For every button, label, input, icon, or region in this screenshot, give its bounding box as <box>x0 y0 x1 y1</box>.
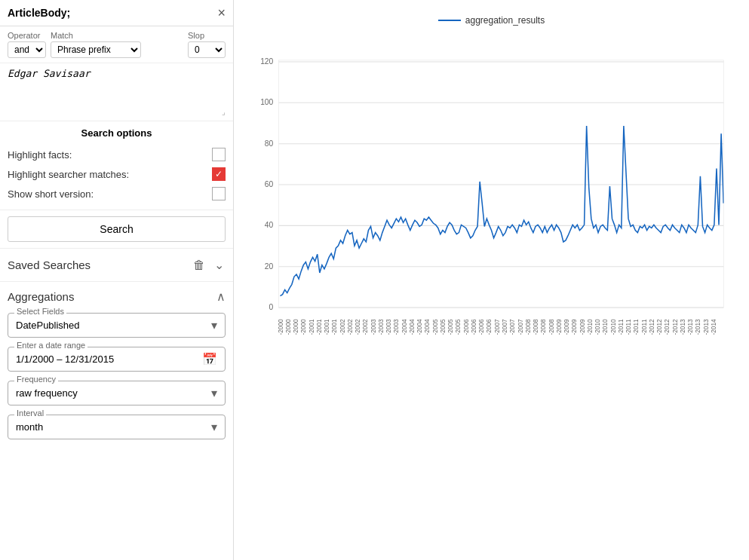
svg-text:Apr-2011: Apr-2011 <box>625 319 632 335</box>
svg-text:Oct-2013: Oct-2013 <box>703 319 710 335</box>
highlight-matches-label: Highlight searcher matches: <box>8 169 129 180</box>
svg-text:Jan-2003: Jan-2003 <box>370 319 377 335</box>
svg-text:100: 100 <box>260 98 273 106</box>
legend-line-icon <box>438 20 461 21</box>
svg-text:Jan-2000: Jan-2000 <box>278 319 284 335</box>
search-options-title: Search options <box>8 127 226 139</box>
highlight-matches-row: Highlight searcher matches: <box>8 164 226 184</box>
svg-text:Apr-2004: Apr-2004 <box>409 319 416 335</box>
svg-text:Jan-2012: Jan-2012 <box>649 319 655 335</box>
highlight-matches-checkbox[interactable] <box>212 167 226 181</box>
highlight-facts-label: Highlight facts: <box>8 149 72 161</box>
calendar-icon[interactable]: 📅 <box>202 352 217 366</box>
search-textarea[interactable]: Edgar Savisaar <box>8 68 226 106</box>
aggregations-title: Aggregations <box>8 290 74 303</box>
svg-text:Jul-2012: Jul-2012 <box>664 319 671 335</box>
textarea-wrap: Edgar Savisaar ⌟ <box>0 63 233 121</box>
svg-text:Jan-2014: Jan-2014 <box>711 319 717 335</box>
slop-select[interactable]: 012 <box>188 41 226 58</box>
short-version-row: Show short version: <box>8 184 226 203</box>
interval-wrap: month year week day ▾ <box>16 420 217 434</box>
aggregations-header: Aggregations ∧ <box>8 289 226 304</box>
highlight-facts-row: Highlight facts: <box>8 145 226 164</box>
interval-select[interactable]: month year week day <box>16 421 211 433</box>
frequency-wrap: raw frequency relative frequency ▾ <box>16 386 217 400</box>
svg-text:0: 0 <box>269 303 274 311</box>
select-fields-wrap: DatePublished Author Source ▾ <box>16 318 217 332</box>
chart-container: 0 20 40 60 80 100 120 Jan-2000 Apr-2000 <box>249 33 734 335</box>
svg-text:Apr-2006: Apr-2006 <box>471 319 477 335</box>
svg-text:Oct-2001: Oct-2001 <box>331 319 338 335</box>
svg-text:Oct-2002: Oct-2002 <box>362 319 369 335</box>
frequency-select[interactable]: raw frequency relative frequency <box>16 387 211 399</box>
short-version-checkbox[interactable] <box>212 187 226 200</box>
svg-text:Jan-2013: Jan-2013 <box>680 319 686 335</box>
svg-text:40: 40 <box>265 221 274 229</box>
legend-label: aggregation_results <box>465 15 545 26</box>
date-range-input[interactable] <box>16 353 202 365</box>
svg-text:Jul-2013: Jul-2013 <box>695 319 701 335</box>
match-select[interactable]: Phrase prefix Phrase Best fields <box>51 41 141 58</box>
frequency-group: Frequency raw frequency relative frequen… <box>8 381 226 405</box>
svg-text:Jan-2007: Jan-2007 <box>494 319 501 335</box>
select-fields-group: Select Fields DatePublished Author Sourc… <box>8 313 226 338</box>
expand-saved-search-button[interactable]: ⌄ <box>213 256 226 274</box>
select-fields-select[interactable]: DatePublished Author Source <box>16 320 211 331</box>
svg-text:Oct-2003: Oct-2003 <box>393 319 400 335</box>
svg-text:Jan-2008: Jan-2008 <box>525 319 532 335</box>
svg-text:Oct-2008: Oct-2008 <box>548 319 555 335</box>
saved-searches-section: Saved Searches 🗑 ⌄ <box>0 249 233 282</box>
svg-text:Oct-2004: Oct-2004 <box>424 319 431 335</box>
svg-text:Apr-2003: Apr-2003 <box>378 319 385 335</box>
svg-text:Apr-2002: Apr-2002 <box>347 319 354 335</box>
operator-select[interactable]: and or not <box>8 41 46 58</box>
svg-text:Jan-2009: Jan-2009 <box>556 319 563 335</box>
svg-text:Apr-2009: Apr-2009 <box>563 319 570 335</box>
svg-text:Apr-2000: Apr-2000 <box>285 319 292 335</box>
svg-text:Oct-2005: Oct-2005 <box>455 319 462 335</box>
search-btn-wrap: Search <box>0 210 233 249</box>
svg-text:Apr-2013: Apr-2013 <box>687 319 694 335</box>
svg-text:Jan-2005: Jan-2005 <box>432 319 439 335</box>
search-button[interactable]: Search <box>8 216 226 242</box>
svg-text:Jan-2011: Jan-2011 <box>618 319 625 335</box>
svg-text:Jul-2011: Jul-2011 <box>633 319 640 335</box>
svg-text:Jul-2004: Jul-2004 <box>416 319 423 335</box>
resize-handle: ⌟ <box>8 108 226 116</box>
highlight-facts-checkbox[interactable] <box>212 148 226 161</box>
svg-text:Oct-2000: Oct-2000 <box>300 319 307 335</box>
svg-text:Jan-2006: Jan-2006 <box>463 319 470 335</box>
frequency-label: Frequency <box>14 375 58 384</box>
chart-svg: 0 20 40 60 80 100 120 Jan-2000 Apr-2000 <box>249 33 734 335</box>
slop-label: Slop <box>188 31 226 40</box>
svg-text:Jul-2006: Jul-2006 <box>478 319 485 335</box>
aggregations-collapse-button[interactable]: ∧ <box>216 289 226 304</box>
search-options-section: Search options Highlight facts: Highligh… <box>0 121 233 210</box>
frequency-arrow-icon: ▾ <box>211 386 217 400</box>
svg-text:Jul-2001: Jul-2001 <box>324 319 330 335</box>
y-axis: 0 20 40 60 80 100 120 <box>260 57 723 311</box>
operator-col: Operator and or not <box>8 31 46 58</box>
close-button[interactable]: × <box>217 6 226 20</box>
slop-col: Slop 012 <box>188 31 226 58</box>
x-axis: Jan-2000 Apr-2000 Jul-2000 Oct-2000 Jan-… <box>278 319 717 335</box>
short-version-label: Show short version: <box>8 188 94 200</box>
svg-text:Jan-2001: Jan-2001 <box>309 319 315 335</box>
chart-legend: aggregation_results <box>249 15 734 26</box>
date-range-inner: 📅 <box>16 352 217 366</box>
svg-text:Oct-2011: Oct-2011 <box>641 319 648 335</box>
svg-text:Oct-2006: Oct-2006 <box>487 319 493 335</box>
svg-text:Jul-2007: Jul-2007 <box>509 319 516 335</box>
svg-text:Jul-2005: Jul-2005 <box>447 319 454 335</box>
interval-label: Interval <box>14 409 46 418</box>
svg-text:Apr-2005: Apr-2005 <box>440 319 447 335</box>
svg-text:Jan-2010: Jan-2010 <box>587 319 594 335</box>
date-range-group: Enter a date range 📅 <box>8 347 226 372</box>
svg-text:Jan-2004: Jan-2004 <box>401 319 408 335</box>
right-panel: aggregation_results 0 20 40 60 80 100 12… <box>234 0 749 560</box>
delete-saved-search-button[interactable]: 🗑 <box>192 257 207 274</box>
svg-text:Jul-2010: Jul-2010 <box>602 319 609 335</box>
svg-text:Jul-2000: Jul-2000 <box>293 319 299 335</box>
svg-text:Oct-2009: Oct-2009 <box>579 319 586 335</box>
svg-text:Apr-2012: Apr-2012 <box>656 319 663 335</box>
